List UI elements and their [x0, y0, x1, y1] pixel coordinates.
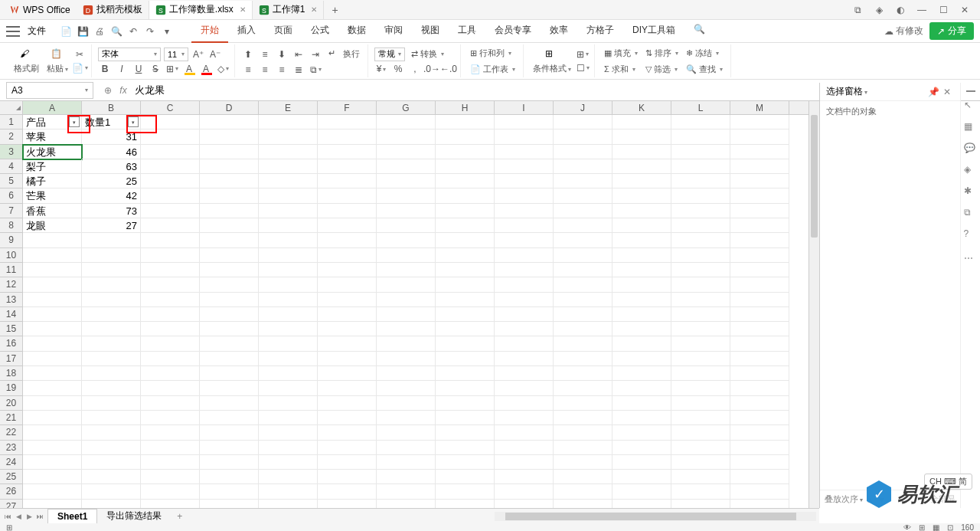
cell[interactable] — [495, 159, 554, 174]
cell[interactable] — [318, 484, 377, 499]
cell[interactable] — [436, 381, 495, 395]
cell[interactable] — [200, 204, 259, 218]
row-head[interactable]: 21 — [0, 411, 23, 425]
row-head[interactable]: 6 — [0, 188, 23, 203]
cell[interactable] — [377, 159, 436, 174]
cell[interactable] — [554, 411, 612, 425]
cell[interactable] — [377, 204, 436, 218]
cell[interactable] — [612, 129, 671, 144]
cell[interactable] — [612, 159, 671, 174]
align-right-icon[interactable]: ≡ — [275, 64, 289, 76]
format-brush-button[interactable]: 🖌格式刷 — [11, 47, 42, 76]
cell[interactable] — [23, 441, 82, 455]
cell[interactable] — [200, 352, 259, 366]
cell[interactable] — [671, 204, 730, 218]
cell[interactable] — [259, 336, 318, 351]
row-head[interactable]: 12 — [0, 277, 23, 292]
cell[interactable] — [318, 263, 377, 277]
cell[interactable] — [730, 277, 789, 292]
cell[interactable] — [495, 352, 554, 366]
cell[interactable] — [436, 411, 495, 425]
cell[interactable] — [141, 484, 200, 499]
cell[interactable] — [612, 500, 671, 508]
align-left-icon[interactable]: ≡ — [241, 64, 255, 76]
cell[interactable] — [200, 322, 259, 336]
menu-tab-formula[interactable]: 公式 — [302, 19, 338, 43]
help-icon[interactable]: ? — [964, 228, 978, 242]
cube-icon[interactable]: ◈ — [964, 164, 978, 178]
cell[interactable] — [377, 129, 436, 144]
cell[interactable] — [436, 204, 495, 218]
cell[interactable] — [436, 115, 495, 129]
cell[interactable] — [671, 411, 730, 425]
select-icon[interactable]: ↖ — [964, 100, 978, 113]
cell[interactable] — [259, 145, 318, 159]
cell[interactable] — [730, 381, 789, 395]
cell[interactable] — [730, 336, 789, 351]
fill-color-icon[interactable]: A — [182, 63, 196, 75]
new-tab-button[interactable]: + — [324, 4, 345, 16]
cell[interactable] — [318, 159, 377, 174]
cell[interactable] — [495, 129, 554, 144]
row-head[interactable]: 8 — [0, 218, 23, 233]
cell[interactable] — [377, 145, 436, 159]
cell[interactable] — [318, 307, 377, 322]
cell[interactable] — [200, 248, 259, 263]
stack-order-label[interactable]: 叠放次序 — [825, 493, 863, 505]
cell[interactable] — [377, 425, 436, 440]
cell[interactable] — [495, 484, 554, 499]
cell[interactable] — [82, 411, 141, 425]
cell[interactable] — [377, 455, 436, 470]
cell[interactable] — [141, 425, 200, 440]
cell[interactable] — [23, 263, 82, 277]
filter-button[interactable]: ▽ 筛选 — [642, 62, 681, 77]
cell[interactable] — [612, 174, 671, 188]
globe-icon[interactable]: ◐ — [894, 4, 906, 16]
cell[interactable] — [612, 204, 671, 218]
cell[interactable] — [730, 396, 789, 411]
indent-left-icon[interactable]: ⇤ — [292, 48, 305, 61]
redo-icon[interactable]: ↷ — [144, 25, 156, 38]
cell[interactable] — [318, 411, 377, 425]
cell[interactable] — [82, 396, 141, 411]
pin-icon[interactable]: 📌 — [928, 87, 939, 97]
cell[interactable] — [436, 500, 495, 508]
cell[interactable] — [23, 352, 82, 366]
cell[interactable] — [730, 500, 789, 508]
prev-sheet-icon[interactable]: ◀ — [14, 511, 23, 522]
cell[interactable] — [612, 218, 671, 233]
cell[interactable] — [436, 145, 495, 159]
cell[interactable] — [554, 352, 612, 366]
cell[interactable] — [377, 248, 436, 263]
cell[interactable] — [200, 470, 259, 484]
add-sheet-button[interactable]: + — [171, 511, 188, 522]
cell[interactable] — [318, 322, 377, 336]
cell[interactable] — [554, 174, 612, 188]
vertical-scrollbar[interactable] — [808, 101, 819, 508]
cell[interactable] — [495, 470, 554, 484]
collapse-icon[interactable] — [966, 90, 975, 92]
cell[interactable] — [82, 233, 141, 247]
cell[interactable] — [495, 455, 554, 470]
cell[interactable] — [495, 381, 554, 395]
sort-button[interactable]: ⇅ 排序 — [642, 46, 681, 61]
italic-icon[interactable]: I — [115, 63, 129, 75]
cell[interactable] — [436, 455, 495, 470]
cell[interactable] — [554, 277, 612, 292]
cell[interactable] — [671, 263, 730, 277]
cell[interactable] — [318, 366, 377, 381]
next-sheet-icon[interactable]: ▶ — [24, 511, 34, 522]
col-head-b[interactable]: B — [82, 101, 141, 114]
cell[interactable] — [23, 500, 82, 508]
cell[interactable] — [141, 322, 200, 336]
cell[interactable] — [259, 307, 318, 322]
cell[interactable] — [554, 115, 612, 129]
cell[interactable] — [23, 381, 82, 395]
cell[interactable] — [82, 307, 141, 322]
cell[interactable] — [495, 293, 554, 307]
row-head[interactable]: 15 — [0, 322, 23, 336]
cell[interactable] — [141, 204, 200, 218]
cell[interactable] — [82, 366, 141, 381]
cell[interactable] — [612, 263, 671, 277]
cell[interactable] — [671, 145, 730, 159]
